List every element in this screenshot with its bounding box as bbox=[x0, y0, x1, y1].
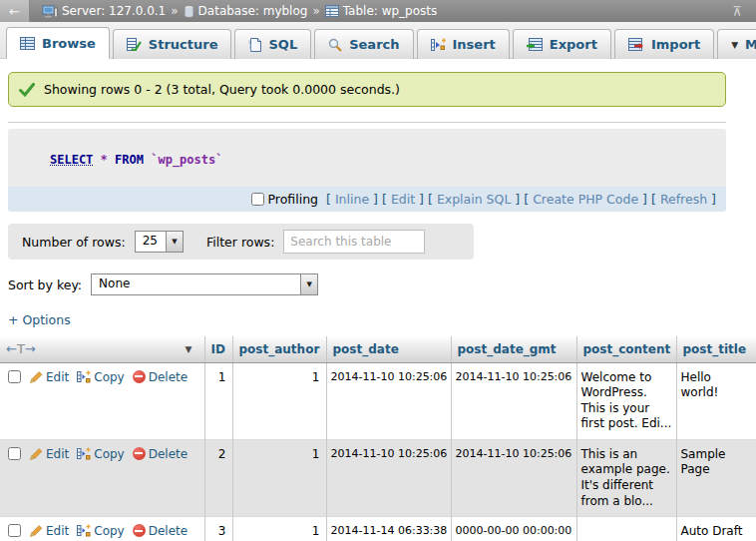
column-header-post-date-gmt[interactable]: post_date_gmt bbox=[451, 336, 576, 362]
tab-search[interactable]: Search bbox=[314, 29, 413, 59]
table-row: EditCopyDelete 2 1 2014-11-10 10:25:06 2… bbox=[0, 439, 756, 516]
cell-id: 2 bbox=[204, 439, 232, 516]
delete-row-link[interactable]: Delete bbox=[133, 524, 188, 538]
collapse-header-icon[interactable]: ⊼ bbox=[732, 4, 742, 19]
row-checkbox[interactable] bbox=[8, 524, 21, 537]
server-icon bbox=[42, 5, 58, 18]
filter-rows-input[interactable] bbox=[283, 230, 425, 254]
copy-row-link[interactable]: Copy bbox=[77, 447, 124, 461]
sql-star: * bbox=[101, 153, 108, 167]
dropdown-arrow-icon: ▼ bbox=[172, 238, 177, 246]
tab-export-label: Export bbox=[550, 37, 597, 52]
cell-post-date-gmt: 0000-00-00 00:00:00 bbox=[451, 517, 576, 541]
sort-control-row: Sort by key: None ▼ bbox=[8, 273, 756, 295]
breadcrumb: Server: 127.0.0.1 » Database: myblog » T… bbox=[42, 4, 437, 18]
tab-structure[interactable]: Structure bbox=[113, 29, 232, 59]
edit-row-link[interactable]: Edit bbox=[30, 370, 69, 384]
column-header-id[interactable]: ID bbox=[204, 336, 232, 362]
column-header-post-date[interactable]: post_date bbox=[326, 336, 451, 362]
refresh-link[interactable]: Refresh bbox=[660, 192, 707, 207]
edit-row-link[interactable]: Edit bbox=[30, 447, 69, 461]
column-order-icon[interactable]: ←T→ bbox=[6, 341, 36, 356]
sort-by-key-label: Sort by key: bbox=[8, 277, 82, 292]
breadcrumb-table[interactable]: Table: wp_posts bbox=[325, 4, 438, 18]
cell-post-content: This is an example page. It's different … bbox=[576, 439, 676, 516]
rows-control-bar: Number of rows: 25 ▼ Filter rows: bbox=[8, 224, 474, 260]
number-of-rows-label: Number of rows: bbox=[22, 235, 126, 250]
header-actions-cell: ←T→ ▼ bbox=[0, 336, 204, 362]
tab-sql[interactable]: SQL bbox=[234, 29, 311, 59]
number-of-rows-select[interactable]: 25 ▼ bbox=[135, 231, 184, 253]
tab-more[interactable]: ▼ More bbox=[717, 29, 756, 59]
row-checkbox[interactable] bbox=[8, 370, 21, 383]
tab-browse[interactable]: Browse bbox=[6, 27, 110, 59]
tab-bar: Browse Structure SQL Search Insert Expor… bbox=[0, 22, 756, 59]
breadcrumb-table-label: Table: wp_posts bbox=[343, 4, 438, 18]
tab-browse-label: Browse bbox=[42, 36, 96, 51]
search-icon bbox=[328, 38, 342, 52]
cell-id: 1 bbox=[204, 362, 232, 439]
column-header-post-title[interactable]: post_title bbox=[676, 336, 756, 362]
edit-row-link[interactable]: Edit bbox=[30, 524, 69, 538]
sort-by-key-select[interactable]: None ▼ bbox=[91, 273, 318, 295]
breadcrumb-server[interactable]: Server: 127.0.0.1 bbox=[42, 4, 166, 18]
cell-post-date-gmt: 2014-11-10 10:25:06 bbox=[451, 439, 576, 516]
cell-post-title: Hello world! bbox=[676, 362, 756, 439]
pencil-icon bbox=[30, 447, 43, 460]
copy-icon bbox=[77, 447, 91, 460]
inline-link[interactable]: Inline bbox=[335, 192, 369, 207]
nav-panel-back-button[interactable]: ← bbox=[0, 0, 30, 22]
copy-icon bbox=[77, 370, 91, 383]
delete-icon bbox=[133, 524, 146, 537]
sort-direction-icon[interactable]: ▼ bbox=[186, 344, 192, 354]
cell-id: 3 bbox=[204, 517, 232, 541]
row-actions-cell: EditCopyDelete bbox=[0, 362, 204, 439]
bracket: ] bbox=[373, 192, 378, 207]
sql-keyword-from: FROM bbox=[115, 153, 144, 167]
delete-row-link[interactable]: Delete bbox=[133, 447, 188, 461]
copy-row-link[interactable]: Copy bbox=[77, 524, 124, 538]
cell-post-content: Welcome to WordPress. This is your first… bbox=[576, 362, 676, 439]
status-message: Showing rows 0 - 2 (3 total, Query took … bbox=[8, 72, 726, 107]
explain-sql-link[interactable]: Explain SQL bbox=[437, 192, 511, 207]
sql-keyword-select[interactable]: SELECT bbox=[50, 153, 93, 167]
cell-post-date: 2014-11-10 10:25:06 bbox=[326, 439, 451, 516]
row-actions-cell: EditCopyDelete bbox=[0, 517, 204, 541]
column-header-post-content[interactable]: post_content bbox=[576, 336, 676, 362]
bracket: [ bbox=[428, 192, 433, 207]
options-toggle-link[interactable]: + Options bbox=[8, 312, 71, 327]
cell-post-author: 1 bbox=[232, 517, 326, 541]
row-checkbox[interactable] bbox=[8, 447, 21, 460]
tab-insert[interactable]: Insert bbox=[417, 29, 510, 59]
pencil-icon bbox=[30, 370, 43, 383]
profiling-label[interactable]: Profiling bbox=[268, 192, 319, 207]
delete-row-link[interactable]: Delete bbox=[133, 370, 188, 384]
breadcrumb-separator: » bbox=[312, 4, 319, 18]
table-row: EditCopyDelete 3 1 2014-11-14 06:33:38 0… bbox=[0, 517, 756, 541]
bracket: [ bbox=[651, 192, 656, 207]
bracket: ] bbox=[711, 192, 716, 207]
number-of-rows-value: 25 bbox=[136, 232, 166, 252]
table-header-row: ←T→ ▼ ID post_author post_date post_date… bbox=[0, 336, 756, 362]
edit-query-link[interactable]: Edit bbox=[391, 192, 415, 207]
cell-post-title: Auto Draft bbox=[676, 517, 756, 541]
tab-import[interactable]: Import bbox=[614, 29, 714, 59]
sql-table-ref: `wp_posts` bbox=[151, 153, 222, 167]
results-table: ←T→ ▼ ID post_author post_date post_date… bbox=[0, 336, 756, 541]
bracket: ] bbox=[642, 192, 647, 207]
import-icon bbox=[628, 38, 644, 51]
bracket: [ bbox=[382, 192, 387, 207]
column-header-post-author[interactable]: post_author bbox=[232, 336, 326, 362]
tab-insert-label: Insert bbox=[453, 37, 496, 52]
more-dropdown-icon: ▼ bbox=[731, 40, 738, 50]
copy-row-link[interactable]: Copy bbox=[77, 370, 124, 384]
tab-search-label: Search bbox=[349, 37, 399, 52]
structure-icon bbox=[127, 38, 142, 51]
bracket: [ bbox=[524, 192, 529, 207]
query-options-bar: Profiling [ Inline ] [ Edit ] [ Explain … bbox=[8, 187, 726, 212]
create-php-code-link[interactable]: Create PHP Code bbox=[533, 192, 638, 207]
breadcrumb-database[interactable]: Database: myblog bbox=[184, 4, 308, 18]
bracket: [ bbox=[326, 192, 331, 207]
profiling-checkbox[interactable] bbox=[251, 193, 264, 206]
tab-export[interactable]: Export bbox=[513, 29, 611, 59]
